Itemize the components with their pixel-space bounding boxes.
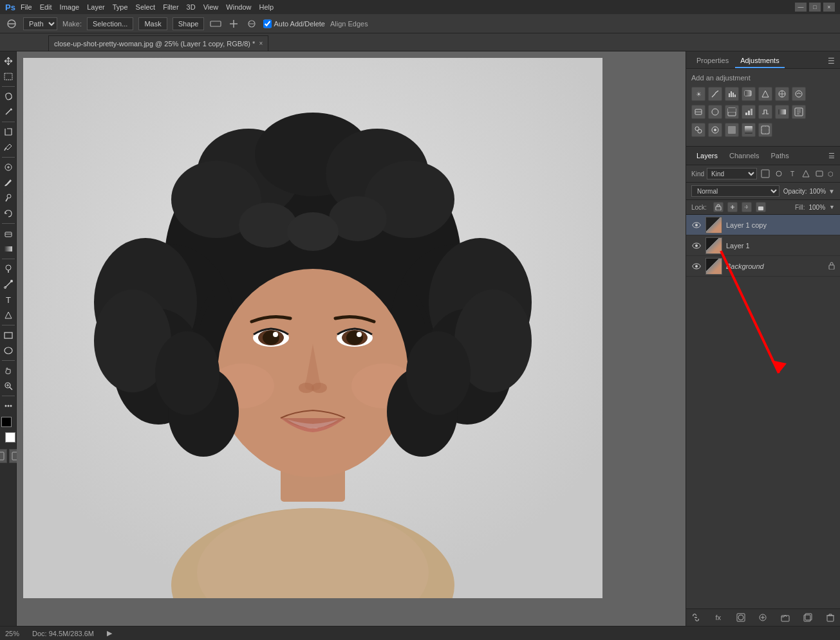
vibrance-adj-icon[interactable] bbox=[758, 87, 772, 101]
hand-tool[interactable] bbox=[1, 363, 15, 378]
move-tool[interactable] bbox=[1, 54, 15, 68]
path-selection-tool[interactable] bbox=[1, 308, 15, 322]
selectivecolor-adj-icon[interactable] bbox=[792, 105, 806, 119]
properties-tab[interactable]: Properties bbox=[691, 54, 734, 68]
new-adjustment-layer-button[interactable] bbox=[757, 612, 769, 623]
levels-adj-icon[interactable] bbox=[725, 87, 739, 101]
exposure-adj-icon[interactable] bbox=[742, 87, 756, 101]
adjustment-filter-btn[interactable] bbox=[773, 168, 785, 179]
new-group-button[interactable] bbox=[779, 612, 791, 623]
background-color[interactable] bbox=[5, 432, 15, 443]
nav-arrow[interactable]: ▶ bbox=[107, 629, 112, 637]
layer-visibility-background[interactable] bbox=[691, 261, 702, 271]
pen-tool[interactable] bbox=[1, 277, 15, 291]
gradientmap-adj-icon[interactable] bbox=[775, 105, 789, 119]
panel-menu-icon[interactable]: ☰ bbox=[828, 57, 835, 66]
crop-tool[interactable] bbox=[1, 125, 15, 139]
tab-close-button[interactable]: × bbox=[259, 40, 263, 47]
auto-add-delete-checkbox[interactable]: Auto Add/Delete bbox=[263, 17, 325, 30]
delete-layer-button[interactable] bbox=[825, 612, 836, 623]
hsl-adj-icon[interactable] bbox=[775, 87, 789, 101]
magic-wand-tool[interactable] bbox=[1, 105, 15, 119]
fill-chevron[interactable]: ▼ bbox=[829, 204, 835, 210]
lock-all-btn[interactable] bbox=[756, 202, 766, 212]
menu-filter[interactable]: Filter bbox=[163, 3, 178, 11]
menu-type[interactable]: Type bbox=[113, 3, 128, 11]
rectangular-marquee-tool[interactable] bbox=[1, 69, 15, 84]
eraser-tool[interactable] bbox=[1, 226, 15, 241]
layers-kind-dropdown[interactable]: Kind bbox=[707, 168, 757, 179]
quick-mask-button[interactable] bbox=[0, 449, 7, 463]
dodge-tool[interactable] bbox=[1, 262, 15, 276]
clone-stamp-tool[interactable] bbox=[1, 191, 15, 205]
menu-edit[interactable]: Edit bbox=[40, 3, 52, 11]
history-brush-tool[interactable] bbox=[1, 206, 15, 221]
add-mask-button[interactable] bbox=[735, 612, 747, 623]
rectangle-tool[interactable] bbox=[1, 328, 15, 342]
link-layers-button[interactable] bbox=[690, 612, 702, 623]
layer-item-layer1[interactable]: Layer 1 bbox=[686, 235, 840, 256]
lock-art-btn[interactable] bbox=[727, 202, 738, 212]
layer-item-layer1copy[interactable]: Layer 1 copy bbox=[686, 215, 840, 235]
layers-panel-menu[interactable]: ☰ bbox=[828, 152, 835, 160]
shape-filter-btn[interactable] bbox=[800, 168, 812, 179]
colorlookup-adj-icon[interactable] bbox=[708, 105, 722, 119]
mask-button[interactable]: Mask bbox=[138, 17, 167, 30]
maximize-button[interactable]: □ bbox=[809, 3, 821, 12]
threshold-adj-icon[interactable] bbox=[758, 105, 772, 119]
ellipse-tool[interactable] bbox=[1, 343, 15, 358]
brush-tool[interactable] bbox=[1, 176, 15, 190]
menu-file[interactable]: File bbox=[21, 3, 32, 11]
eyedropper-tool[interactable] bbox=[1, 140, 15, 154]
curves-adj-icon[interactable] bbox=[708, 87, 722, 101]
add-layer-style-button[interactable]: fx bbox=[713, 612, 724, 623]
spot-healing-tool[interactable] bbox=[1, 160, 15, 174]
chanmixer-adj-icon[interactable] bbox=[691, 123, 705, 137]
layers-tab[interactable]: Layers bbox=[691, 149, 723, 162]
smart-filter-btn[interactable] bbox=[814, 168, 825, 179]
more-tools[interactable] bbox=[1, 399, 15, 413]
zoom-tool[interactable] bbox=[1, 379, 15, 393]
menu-select[interactable]: Select bbox=[136, 3, 156, 11]
minimize-button[interactable]: — bbox=[795, 3, 807, 12]
brightness-adj-icon[interactable]: ☀ bbox=[691, 87, 705, 101]
pixel-filter-btn[interactable] bbox=[760, 168, 771, 179]
document-tab[interactable]: close-up-shot-pretty-woman.jpg @ 25% (La… bbox=[48, 35, 268, 51]
colorbalance-adj-icon[interactable] bbox=[792, 87, 806, 101]
opacity-chevron[interactable]: ▼ bbox=[828, 188, 835, 195]
menu-window[interactable]: Window bbox=[226, 3, 251, 11]
path-select[interactable]: Path bbox=[23, 17, 57, 30]
window-controls[interactable]: — □ × bbox=[795, 3, 835, 12]
shape-button[interactable]: Shape bbox=[173, 17, 205, 30]
selection-button[interactable]: Selection... bbox=[87, 17, 133, 30]
patternfill-adj-icon[interactable] bbox=[758, 123, 772, 137]
gradientfill-adj-icon[interactable] bbox=[742, 123, 756, 137]
foreground-color[interactable] bbox=[1, 417, 12, 427]
menu-view[interactable]: View bbox=[203, 3, 219, 11]
menu-image[interactable]: Image bbox=[60, 3, 80, 11]
gradient-tool[interactable] bbox=[1, 242, 15, 256]
photofilter-adj-icon[interactable] bbox=[691, 105, 705, 119]
blend-mode-select[interactable]: Normal bbox=[691, 185, 779, 197]
solidcolor-adj-icon[interactable] bbox=[725, 123, 739, 137]
new-layer-button[interactable] bbox=[802, 612, 814, 623]
menu-help[interactable]: Help bbox=[259, 3, 274, 11]
layer-item-background[interactable]: Background bbox=[686, 256, 840, 277]
menu-3d[interactable]: 3D bbox=[187, 3, 196, 11]
color-swatches[interactable] bbox=[1, 417, 15, 443]
lasso-tool[interactable] bbox=[1, 89, 15, 104]
layer-visibility-layer1copy[interactable] bbox=[691, 220, 702, 230]
canvas-image[interactable] bbox=[23, 58, 602, 598]
menu-layer[interactable]: Layer bbox=[87, 3, 105, 11]
opacity-control[interactable]: Opacity: 100% ▼ bbox=[783, 188, 835, 195]
lock-pixel-btn[interactable] bbox=[713, 202, 723, 212]
adjustments-tab[interactable]: Adjustments bbox=[735, 54, 785, 68]
colorize-adj-icon[interactable] bbox=[708, 123, 722, 137]
layer-visibility-layer1[interactable] bbox=[691, 241, 702, 251]
channels-tab[interactable]: Channels bbox=[724, 149, 764, 162]
lock-move-btn[interactable] bbox=[742, 202, 752, 212]
text-tool[interactable]: T bbox=[1, 293, 15, 307]
invert-adj-icon[interactable] bbox=[725, 105, 739, 119]
posterize-adj-icon[interactable] bbox=[742, 105, 756, 119]
type-filter-btn[interactable]: T bbox=[787, 168, 798, 179]
